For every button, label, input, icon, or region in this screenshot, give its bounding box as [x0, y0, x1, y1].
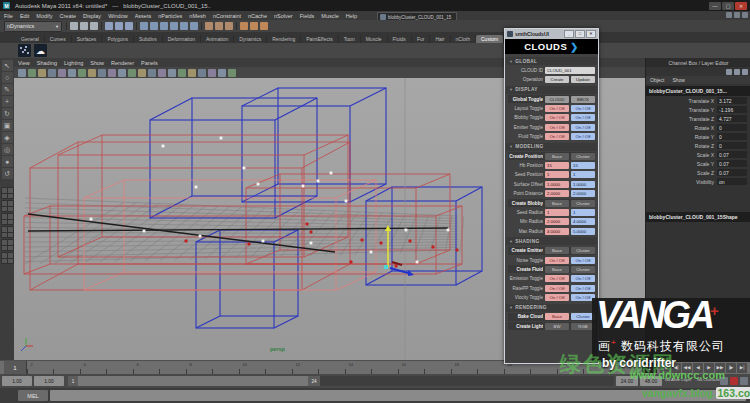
field-chart-icon[interactable]	[108, 69, 116, 77]
scale-tool-icon[interactable]: ▣	[2, 120, 13, 131]
surface-offset-cluster-field[interactable]: 1.0000	[571, 181, 595, 188]
minimize-button[interactable]: —	[709, 2, 721, 10]
range-start-handle[interactable]: 1	[68, 376, 78, 386]
safe-title-icon[interactable]	[128, 69, 136, 77]
render-frame-icon[interactable]	[240, 22, 248, 30]
film-gate-icon[interactable]	[78, 69, 86, 77]
section-header-display[interactable]: ▼DISPLAY	[506, 86, 597, 94]
seed-position-cluster-field[interactable]: 1	[571, 171, 595, 178]
shelf-tab-fluids[interactable]: Fluids	[388, 35, 412, 43]
snap-plane-icon[interactable]	[170, 22, 178, 30]
save-scene-icon[interactable]	[90, 22, 98, 30]
viewport-menu-panels[interactable]: Panels	[141, 60, 158, 66]
section-header-shading[interactable]: ▼SHADING	[506, 237, 597, 245]
clouds-close-button[interactable]: ✕	[586, 30, 596, 38]
ipr-render-icon[interactable]	[250, 22, 258, 30]
range-slider-range[interactable]: 1 24	[68, 376, 320, 386]
multisample-icon[interactable]	[208, 69, 216, 77]
open-scene-icon[interactable]	[80, 22, 88, 30]
max-radius-cluster-field[interactable]: 5.0000	[571, 228, 595, 235]
maximize-button[interactable]: ▢	[722, 2, 734, 10]
menu-file[interactable]: File	[4, 13, 13, 19]
channel-sliders-icon[interactable]	[726, 69, 732, 75]
ratepp-cluster-toggle[interactable]: On / Off	[571, 285, 595, 292]
create-position-cluster-button[interactable]: Cluster	[571, 153, 595, 160]
select-component-icon[interactable]	[125, 22, 133, 30]
vlocity-base-toggle[interactable]: On / Off	[545, 294, 569, 301]
channel-menu-show[interactable]: Show	[672, 77, 685, 83]
range-end-handle[interactable]: 24	[308, 376, 320, 386]
camera-attributes-icon[interactable]	[38, 69, 46, 77]
attribute-value[interactable]: 0.07	[717, 160, 747, 167]
menu-edit[interactable]: Edit	[20, 13, 29, 19]
menu-set-dropdown[interactable]: nDynamics ▼	[4, 21, 62, 32]
select-object-icon[interactable]	[115, 22, 123, 30]
bookmarks-icon[interactable]	[48, 69, 56, 77]
channel-box-object-name[interactable]: blobbyCluster_CLOUD_001_15...	[646, 86, 750, 96]
snap-curve-icon[interactable]	[150, 22, 158, 30]
attribute-value[interactable]: 0	[717, 142, 747, 149]
point-distance-cluster-field[interactable]: 2.0000	[571, 190, 595, 197]
create-fluid-base-button[interactable]: Base	[545, 266, 569, 273]
section-header-global[interactable]: ▼GLOBAL	[506, 57, 597, 65]
menu-fields[interactable]: Fields	[300, 13, 315, 19]
channel-menu-object[interactable]: Object	[650, 77, 664, 83]
use-lights-icon[interactable]	[168, 69, 176, 77]
noise-base-toggle[interactable]: On / Off	[545, 257, 569, 264]
blobby-cluster-toggle[interactable]: On / Off	[571, 114, 595, 121]
bake-cloud-base-button[interactable]: Base	[545, 313, 569, 320]
menu-nmesh[interactable]: nMesh	[189, 13, 206, 19]
seed-radius-cluster-field[interactable]: 1	[571, 209, 595, 216]
shelf-tab-toon[interactable]: Toon	[339, 35, 361, 43]
screen-ao-icon[interactable]	[188, 69, 196, 77]
snap-point-icon[interactable]	[160, 22, 168, 30]
select-tool-icon[interactable]: ↖	[2, 60, 13, 71]
grid-view-icon[interactable]	[742, 12, 748, 18]
shelf-tab-hair[interactable]: Hair	[430, 35, 450, 43]
new-scene-icon[interactable]	[70, 22, 78, 30]
emitter-base-toggle[interactable]: On / Off	[545, 124, 569, 131]
viewport-menu-shading[interactable]: Shading	[37, 60, 57, 66]
cloud-id-field[interactable]: CLOUD_001	[545, 67, 595, 74]
create-blobby-base-button[interactable]: Base	[545, 200, 569, 207]
clouds-minimize-button[interactable]: _	[564, 30, 574, 38]
menu-nparticles[interactable]: nParticles	[158, 13, 182, 19]
attribute-value[interactable]: 0.07	[717, 169, 747, 176]
snap-view-icon[interactable]	[180, 22, 188, 30]
attribute-value[interactable]: 0	[717, 133, 747, 140]
global-bbox-button[interactable]: BBOX	[571, 96, 595, 103]
rotate-tool-icon[interactable]: ↻	[2, 108, 13, 119]
shelf-tab-fur[interactable]: Fur	[412, 35, 431, 43]
snap-grid-icon[interactable]	[140, 22, 148, 30]
range-slider-trough[interactable]: 1 24	[68, 376, 614, 386]
four-pane-layout-icon[interactable]	[1, 200, 14, 212]
hb-position-base-field[interactable]: 15	[545, 162, 569, 169]
shelf-tab-deformation[interactable]: Deformation	[163, 35, 201, 43]
auto-key-icon[interactable]	[730, 377, 738, 385]
hb-position-cluster-field[interactable]: 15	[571, 162, 595, 169]
close-button[interactable]: ✕	[735, 2, 747, 10]
clouds-maximize-button[interactable]: □	[575, 30, 585, 38]
input-connections-icon[interactable]	[205, 22, 213, 30]
hypershade-persp-layout-icon[interactable]	[1, 239, 14, 251]
select-camera-icon[interactable]	[18, 69, 26, 77]
ratepp-base-toggle[interactable]: On / Off	[545, 285, 569, 292]
noise-cluster-toggle[interactable]: On / Off	[571, 257, 595, 264]
output-connections-icon[interactable]	[215, 22, 223, 30]
shelf-tab-general[interactable]: General	[16, 35, 45, 43]
gate-mask-icon[interactable]	[98, 69, 106, 77]
shelf-tab-custom[interactable]: Custom	[476, 35, 504, 43]
mel-toggle-button[interactable]: MEL	[18, 390, 48, 401]
shelf-tab-subdivs[interactable]: Subdivs	[134, 35, 163, 43]
soft-mod-tool-icon[interactable]: ◎	[2, 144, 13, 155]
section-header-modeling[interactable]: ▼MODELING	[506, 143, 597, 151]
persp-graph-layout-icon[interactable]	[1, 226, 14, 238]
shelf-tab-painteffects[interactable]: PaintEffects	[301, 35, 339, 43]
blobby-base-toggle[interactable]: On / Off	[545, 114, 569, 121]
attribute-value[interactable]: 3.172	[717, 97, 747, 104]
create-position-base-button[interactable]: Base	[545, 153, 569, 160]
viewport-menu-lighting[interactable]: Lighting	[64, 60, 83, 66]
persp-outliner-layout-icon[interactable]	[1, 213, 14, 225]
shelf-tab-rendering[interactable]: Rendering	[267, 35, 301, 43]
render-settings-icon[interactable]	[260, 22, 268, 30]
